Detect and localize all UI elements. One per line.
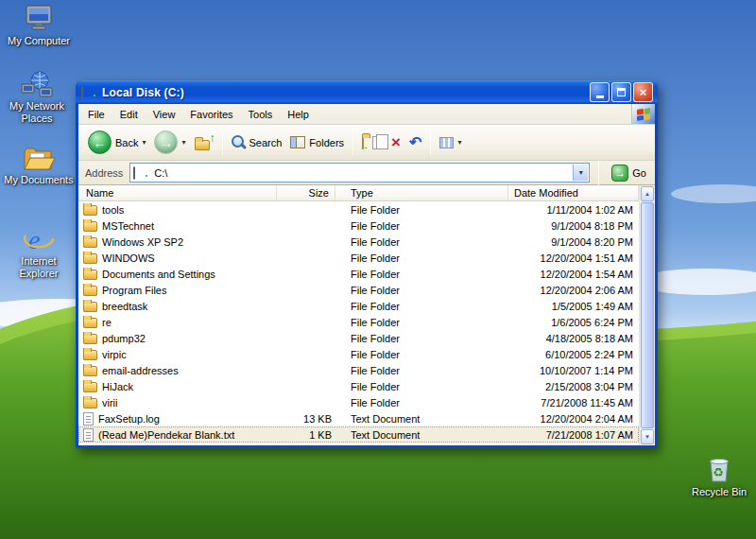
recycle-bin-icon: ♻ [702,454,736,484]
windows-logo-icon [631,104,655,124]
views-button[interactable]: ▾ [436,134,465,151]
file-row[interactable]: HiJackFile Folder2/15/2008 3:04 PM [78,378,639,394]
folders-button[interactable]: Folders [286,133,348,151]
undo-button[interactable]: ↶ [405,133,425,152]
file-row[interactable]: Documents and SettingsFile Folder12/20/2… [78,266,639,282]
file-list: toolsFile Folder1/11/2004 1:02 AMMSTechn… [78,201,639,445]
desktop-icon-my-network-places[interactable]: My Network Places [0,68,74,125]
menu-item-view[interactable]: View [146,106,183,123]
file-type-cell: File Folder [335,220,508,232]
move-to-button[interactable]: → [358,134,368,151]
address-dropdown-button[interactable]: ▾ [573,165,588,181]
column-header-name[interactable]: Name [78,185,277,200]
scrollbar-thumb[interactable] [641,202,654,428]
desktop-icon-label: Recycle Bin [682,486,756,498]
file-row[interactable]: FaxSetup.log13 KBText Document12/20/2004… [78,410,639,426]
menu-item-edit[interactable]: Edit [112,106,146,123]
file-modified-cell: 1/11/2004 1:02 AM [508,204,639,216]
file-name: FaxSetup.log [98,413,160,425]
back-button[interactable]: ← Back ▾ [84,128,149,157]
delete-button[interactable]: × [387,133,404,152]
close-button[interactable]: × [633,82,653,102]
file-name: WINDOWS [102,252,155,264]
back-dropdown-icon: ▾ [142,138,146,147]
file-name-cell: MSTechnet [78,219,277,232]
menu-item-help[interactable]: Help [280,106,317,123]
folder-icon [83,237,97,248]
file-type-cell: Text Document [335,429,508,441]
folder-icon [83,350,97,360]
desktop-icon-my-computer[interactable]: My Computer [2,3,76,47]
file-row[interactable]: viriiFile Folder7/21/2008 11:45 AM [78,394,639,410]
explorer-window: Local Disk (C:) × File Edit View Favorit… [76,80,658,448]
file-row[interactable]: breedtaskFile Folder1/5/2005 1:49 AM [78,298,639,314]
desktop-icon-recycle-bin[interactable]: ♻ Recycle Bin [682,454,756,498]
address-input[interactable]: C:\ ▾ [129,163,590,183]
desktop: My Computer My Network Places My Documen… [0,0,756,539]
copy-to-button[interactable] [369,133,387,152]
file-row[interactable]: Windows XP SP2File Folder9/1/2004 8:20 P… [78,234,639,250]
file-name: Program Files [102,285,166,296]
file-row[interactable]: reFile Folder1/6/2005 6:24 PM [78,314,639,330]
text-document-icon [83,412,94,426]
column-header-type[interactable]: Type [335,185,508,200]
window-title: Local Disk (C:) [102,86,590,99]
folder-icon [83,382,97,392]
file-type-cell: File Folder [335,252,508,264]
column-header-date-modified[interactable]: Date Modified [508,185,639,200]
file-name-cell: tools [78,203,277,216]
search-button[interactable]: Search [228,132,286,152]
menu-item-tools[interactable]: Tools [241,106,281,123]
up-button[interactable]: ↑ [191,132,217,153]
maximize-button[interactable] [611,82,631,102]
up-folder-icon: ↑ [195,135,214,150]
desktop-icon-internet-explorer[interactable]: e Internet Explorer [2,223,76,280]
scroll-up-button[interactable]: ▲ [641,186,654,201]
file-row[interactable]: WINDOWSFile Folder12/20/2004 1:51 AM [78,250,639,266]
file-row[interactable]: virpicFile Folder6/10/2005 2:24 PM [78,346,639,362]
file-row[interactable]: pdump32File Folder4/18/2005 8:18 AM [78,330,639,346]
menu-item-file[interactable]: File [80,106,112,123]
svg-text:♻: ♻ [713,465,724,479]
column-headers: Name Size Type Date Modified [78,185,655,201]
toolbar-separator [430,130,431,155]
file-row[interactable]: email-addressesFile Folder10/10/2007 1:1… [78,362,639,378]
file-name-cell: HiJack [78,380,277,392]
file-name-cell: virpic [78,348,277,360]
internet-explorer-icon: e [22,223,56,253]
titlebar[interactable]: Local Disk (C:) × [76,80,658,104]
file-name: email-addresses [102,365,179,376]
undo-icon: ↶ [409,136,421,149]
forward-icon: → [154,130,178,154]
go-button[interactable]: → Go [608,165,650,182]
file-type-cell: File Folder [335,204,508,216]
column-header-size[interactable]: Size [277,185,335,200]
desktop-icon-my-documents[interactable]: My Documents [2,142,76,186]
folder-icon [83,205,97,216]
file-modified-cell: 2/15/2008 3:04 PM [508,381,639,392]
file-row[interactable]: MSTechnetFile Folder9/1/2004 8:18 PM [78,217,639,234]
file-row[interactable]: Program FilesFile Folder12/20/2004 2:06 … [78,282,639,298]
move-to-icon: → [362,137,364,148]
address-value: C:\ [154,167,167,179]
file-list-view: Name Size Type Date Modified toolsFile F… [78,185,655,445]
file-name-cell: Windows XP SP2 [78,235,277,248]
menu-item-favorites[interactable]: Favorites [182,106,240,123]
folder-icon [83,253,97,264]
forward-button[interactable]: → ▾ [150,128,189,157]
file-size-cell: 1 KB [277,429,335,441]
file-name-cell: Program Files [78,284,277,296]
file-modified-cell: 6/10/2005 2:24 PM [508,349,639,360]
file-name-cell: Documents and Settings [78,268,277,280]
file-name: MSTechnet [102,220,154,232]
views-icon [439,137,454,148]
scroll-down-button[interactable]: ▼ [641,429,654,444]
minimize-button[interactable] [590,82,610,102]
vertical-scrollbar[interactable]: ▲ ▼ [639,185,655,445]
file-type-cell: File Folder [335,397,508,409]
svg-text:e: e [28,225,40,253]
file-name-cell: FaxSetup.log [78,412,277,426]
file-row-selected[interactable]: (Read Me)Pendekar Blank.txt1 KBText Docu… [78,426,639,443]
file-row[interactable]: toolsFile Folder1/11/2004 1:02 AM [78,201,639,217]
address-label: Address [83,167,125,179]
